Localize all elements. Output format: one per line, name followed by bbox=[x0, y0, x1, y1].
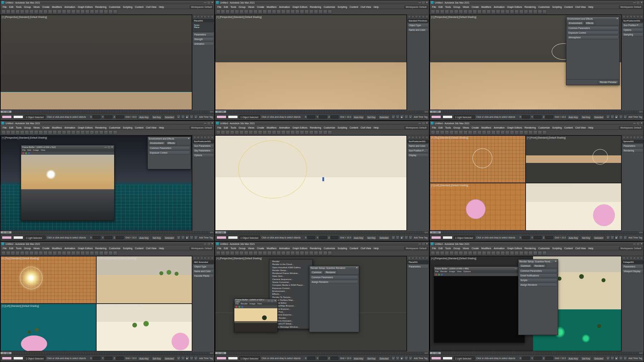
maximize-icon[interactable]: ▢ bbox=[422, 122, 424, 125]
menu-item-item[interactable]: Create bbox=[470, 126, 480, 129]
rwm-item[interactable]: Image bbox=[33, 149, 39, 152]
select-and-rotate-icon[interactable] bbox=[473, 10, 477, 14]
align-icon[interactable] bbox=[85, 10, 89, 14]
viewport[interactable]: [+] [Top] [Standard] [Default Shading] [… bbox=[430, 135, 621, 231]
toggle-scene-explorer-icon[interactable] bbox=[519, 251, 523, 255]
menu-item-item[interactable]: Customize bbox=[322, 247, 336, 250]
close-icon[interactable]: ✕ bbox=[426, 1, 428, 4]
align-icon[interactable] bbox=[85, 251, 89, 255]
modify-tab-icon[interactable] bbox=[197, 257, 200, 260]
toggle-scene-explorer-icon[interactable] bbox=[90, 10, 94, 14]
curve-editor-icon[interactable] bbox=[309, 10, 313, 14]
rollout-item[interactable]: Exposure Control bbox=[148, 151, 190, 155]
viewport-quad-top-left[interactable]: [+] [Top] [Standard] [Default Shading] bbox=[430, 136, 525, 183]
x-coordinate-field[interactable] bbox=[307, 115, 315, 119]
percent-snap-icon[interactable] bbox=[291, 251, 295, 255]
set-key-button[interactable]: Set Key bbox=[581, 115, 591, 119]
display-tab-icon[interactable] bbox=[636, 257, 639, 260]
render-production-icon[interactable] bbox=[113, 130, 117, 135]
menu-item-item[interactable]: File bbox=[431, 247, 437, 250]
menu-item-item[interactable]: Group bbox=[23, 126, 32, 129]
maxscript-mini-listener[interactable] bbox=[431, 115, 441, 119]
set-key-button[interactable]: Set Key bbox=[151, 356, 162, 361]
modify-tab-icon[interactable] bbox=[626, 257, 629, 260]
rollout-item[interactable]: Parameters bbox=[622, 265, 643, 269]
unlink-selection-icon[interactable] bbox=[6, 10, 10, 14]
rollout-item[interactable]: Email Notifications bbox=[519, 274, 557, 277]
viewport[interactable]: [+] [Perspective] [Standard] [Default Sh… bbox=[430, 15, 621, 110]
utilities-tab-icon[interactable] bbox=[211, 257, 214, 260]
rectangular-selection-region-icon[interactable] bbox=[29, 130, 34, 135]
curve-editor-icon[interactable] bbox=[94, 130, 99, 135]
auto-key-button[interactable]: Auto Key bbox=[567, 115, 579, 119]
menu-item-item[interactable]: Graph Editors bbox=[77, 247, 94, 250]
unlink-selection-icon[interactable] bbox=[6, 251, 10, 255]
menu-item-item[interactable]: Group bbox=[23, 247, 32, 250]
select-and-link-icon[interactable] bbox=[1, 251, 6, 255]
rollout-item[interactable]: Object Type bbox=[193, 265, 214, 269]
display-tab-icon[interactable] bbox=[422, 257, 425, 260]
go-to-start-icon[interactable]: « bbox=[606, 236, 610, 240]
menu-item-item[interactable]: File bbox=[1, 126, 8, 129]
maxscript-mini-listener-output[interactable] bbox=[228, 236, 238, 239]
x-coordinate-field[interactable] bbox=[93, 357, 101, 360]
x-coordinate-field[interactable] bbox=[93, 236, 101, 239]
render-window-toolbar[interactable] bbox=[234, 305, 277, 308]
angle-snap-icon[interactable] bbox=[71, 130, 75, 135]
menu-item-item[interactable]: Views bbox=[32, 126, 41, 129]
select-object-icon[interactable] bbox=[449, 10, 454, 14]
rollout-item[interactable]: Common Parameters bbox=[567, 26, 619, 30]
render-window-titlebar[interactable]: Frame Buffer - [100% of 640 x 480] —▢✕ bbox=[434, 267, 525, 270]
align-icon[interactable] bbox=[300, 251, 304, 255]
snaps-toggle-icon[interactable] bbox=[496, 10, 500, 14]
play-animation-icon[interactable]: ▶ bbox=[615, 356, 619, 360]
timeline[interactable]: 0 / 100 100 bbox=[215, 351, 429, 354]
minimize-icon[interactable]: — bbox=[104, 146, 107, 149]
menu-item-item[interactable]: Group bbox=[238, 6, 247, 8]
create-tab-icon[interactable] bbox=[623, 136, 625, 139]
rollout-item[interactable]: Assign Renderer bbox=[310, 280, 358, 284]
menu-item-item[interactable]: Animation bbox=[492, 6, 506, 8]
material-editor-icon[interactable] bbox=[528, 10, 533, 14]
timeline[interactable]: 0 / 100 100 bbox=[0, 110, 214, 113]
menu-item-item[interactable]: Civil View bbox=[359, 126, 372, 129]
window-crossing-icon[interactable] bbox=[34, 130, 38, 135]
time-slider[interactable]: 0 / 100 bbox=[430, 352, 441, 354]
viewport-label[interactable]: [+] [Perspective] [Standard] [Default Sh… bbox=[216, 16, 262, 18]
render-production-icon[interactable] bbox=[113, 10, 117, 14]
close-icon[interactable]: ✕ bbox=[211, 122, 213, 125]
select-and-place-icon[interactable] bbox=[62, 10, 66, 14]
reference-coordinate-dropdown[interactable] bbox=[267, 130, 272, 135]
select-and-place-icon[interactable] bbox=[277, 251, 281, 255]
next-frame-icon[interactable]: › bbox=[619, 356, 623, 360]
menu-item-item[interactable]: Create bbox=[255, 126, 265, 129]
reference-coordinate-dropdown[interactable] bbox=[53, 130, 57, 135]
rectangular-selection-region-icon[interactable] bbox=[244, 130, 248, 135]
reference-coordinate-dropdown[interactable] bbox=[53, 10, 57, 14]
menu-item-item[interactable]: Content bbox=[134, 247, 145, 250]
select-and-place-icon[interactable] bbox=[277, 130, 281, 135]
menu-item-item[interactable]: Create bbox=[41, 6, 50, 8]
pmi-item[interactable]: Render Setup... bbox=[269, 269, 312, 272]
window-titlebar[interactable]: Untitled - Autodesk 3ds Max 2021 —▢✕ bbox=[215, 0, 429, 5]
pmi-item[interactable]: Open Autodesk A360 Gallery bbox=[269, 266, 312, 269]
select-by-name-icon[interactable] bbox=[239, 130, 244, 135]
auto-key-button[interactable]: Auto Key bbox=[352, 115, 365, 119]
render-setup-icon[interactable] bbox=[318, 130, 323, 135]
menu-item-item[interactable]: Edit bbox=[437, 6, 444, 8]
auto-key-button[interactable]: Auto Key bbox=[352, 356, 365, 361]
pmi-item[interactable]: Exposure Control... bbox=[269, 287, 312, 290]
select-by-name-icon[interactable] bbox=[25, 251, 29, 255]
dtab-item[interactable]: Effects bbox=[585, 21, 595, 25]
menu-item-item[interactable]: File bbox=[216, 126, 223, 129]
timeline[interactable]: 0 / 100 100 bbox=[0, 351, 214, 354]
workspace-selector[interactable]: Workspaces: Default bbox=[190, 126, 213, 129]
menu-item-item[interactable]: Group bbox=[452, 126, 462, 129]
menu-item-item[interactable]: Views bbox=[32, 6, 41, 8]
workspace-selector[interactable]: Workspaces: Default bbox=[619, 247, 643, 250]
window-titlebar[interactable]: Untitled - Autodesk 3ds Max 2021 —▢✕ bbox=[430, 242, 644, 246]
material-editor-icon[interactable] bbox=[314, 130, 318, 135]
menu-item-item[interactable]: Edit bbox=[437, 247, 444, 250]
z-coordinate-field[interactable] bbox=[116, 115, 124, 119]
maximize-icon[interactable]: ▢ bbox=[208, 122, 210, 125]
